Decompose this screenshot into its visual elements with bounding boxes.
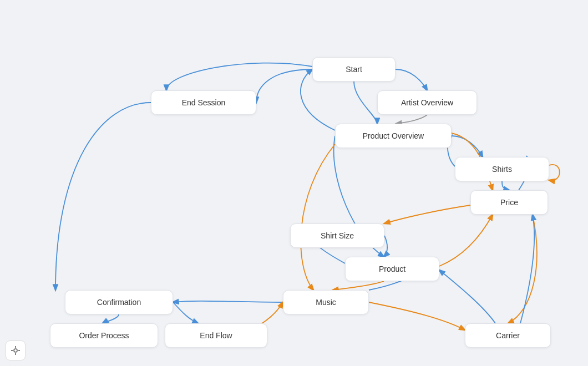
flow-canvas: Start End Session Artist Overview Produc…: [0, 0, 588, 366]
zoom-fit-icon[interactable]: [6, 340, 26, 360]
node-product[interactable]: Product: [345, 257, 439, 281]
node-music[interactable]: Music: [283, 290, 369, 314]
svg-point-0: [14, 349, 17, 352]
node-price[interactable]: Price: [470, 190, 548, 215]
node-artist-overview[interactable]: Artist Overview: [377, 90, 477, 115]
node-end-flow[interactable]: End Flow: [165, 323, 267, 348]
node-shirt-size[interactable]: Shirt Size: [290, 223, 384, 248]
node-end-session[interactable]: End Session: [151, 90, 256, 115]
node-order-process[interactable]: Order Process: [50, 323, 158, 348]
node-carrier[interactable]: Carrier: [465, 323, 551, 348]
node-start[interactable]: Start: [312, 57, 396, 82]
node-product-overview[interactable]: Product Overview: [335, 124, 452, 148]
node-shirts[interactable]: Shirts: [455, 157, 549, 181]
node-confirmation[interactable]: Confirmation: [65, 290, 173, 314]
